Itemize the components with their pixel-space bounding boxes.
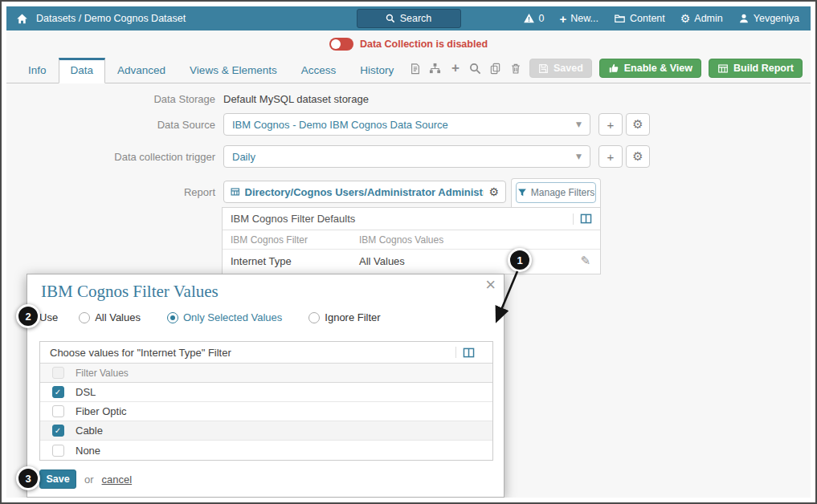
table-row: Internet Type All Values ✎	[223, 250, 600, 272]
radio-all-values[interactable]: All Values	[79, 311, 141, 323]
checkbox-checked[interactable]: ✓	[52, 425, 64, 437]
values-table-title: Choose values for "Internet Type" Filter	[50, 347, 231, 359]
saved-button[interactable]: Saved	[529, 59, 592, 78]
radio-label: Only Selected Values	[183, 311, 282, 323]
chevron-down-icon: ▼	[576, 152, 582, 161]
use-options: Use All Values Only Selected Values Igno…	[39, 311, 407, 323]
columns-icon[interactable]	[580, 213, 592, 224]
trigger-value: Daily	[232, 151, 255, 163]
use-label: Use	[39, 311, 58, 323]
filter-defaults-column-headers: IBM Cognos Filter IBM Cognos Values	[223, 230, 600, 250]
navbar-right: 0 + New... Content ⚙ Admin Yevgeniya	[523, 12, 811, 25]
value-label: Fiber Optic	[76, 405, 127, 417]
document-icon[interactable]	[409, 62, 422, 75]
radio-ignore-filter[interactable]: Ignore Filter	[308, 311, 380, 323]
tab-access[interactable]: Access	[289, 58, 349, 83]
tab-history[interactable]: History	[348, 58, 406, 83]
checkbox-unchecked[interactable]	[52, 405, 64, 417]
value-label: None	[76, 445, 100, 457]
toggle-knob	[331, 39, 341, 49]
trigger-select[interactable]: Daily ▼	[223, 145, 590, 168]
report-icon	[231, 187, 240, 197]
folder-icon	[614, 13, 626, 24]
new-label: New...	[570, 13, 598, 24]
sitemap-icon[interactable]	[429, 62, 442, 75]
thumbs-up-icon	[608, 63, 619, 74]
or-text: or	[84, 474, 94, 486]
new-menu[interactable]: + New...	[559, 13, 598, 25]
copy-icon[interactable]	[489, 62, 502, 75]
callout-1-arrow	[487, 263, 535, 331]
divider	[455, 347, 456, 358]
values-column-header: Filter Values	[40, 364, 492, 383]
divider	[573, 213, 574, 225]
home-icon[interactable]	[16, 13, 28, 25]
trigger-label: Data collection trigger	[6, 151, 215, 163]
zoom-icon[interactable]	[469, 62, 482, 75]
radio-icon	[79, 312, 90, 323]
trash-icon[interactable]	[509, 62, 522, 75]
values-table-header: Choose values for "Internet Type" Filter	[40, 342, 492, 364]
callout-3: 3	[16, 466, 40, 490]
admin-label: Admin	[694, 13, 722, 24]
alerts-item[interactable]: 0	[523, 13, 545, 24]
window-frame: Datasets / Demo Cognos Dataset Search 0 …	[0, 0, 817, 504]
radio-only-selected-values[interactable]: Only Selected Values	[167, 311, 282, 323]
data-source-settings-button[interactable]: ⚙	[626, 113, 650, 136]
cancel-link[interactable]: cancel	[102, 474, 133, 486]
radio-label: Ignore Filter	[325, 311, 380, 323]
add-icon[interactable]: +	[449, 62, 462, 75]
list-item[interactable]: ✓ Cable	[40, 421, 492, 441]
filter-values-dialog: IBM Cognos Filter Values × Use All Value…	[27, 274, 504, 498]
enable-view-label: Enable & View	[624, 63, 692, 74]
list-item[interactable]: None	[40, 441, 492, 460]
tab-views-elements[interactable]: Views & Elements	[178, 58, 289, 83]
top-navbar: Datasets / Demo Cognos Dataset Search 0 …	[6, 6, 811, 30]
checkbox-unchecked[interactable]	[52, 445, 64, 457]
save-button[interactable]: Save	[39, 469, 76, 489]
content-menu[interactable]: Content	[614, 13, 665, 24]
callout-2: 2	[16, 304, 40, 328]
tab-advanced[interactable]: Advanced	[105, 58, 178, 83]
value-label: Cable	[76, 425, 103, 437]
data-collection-toggle[interactable]	[329, 38, 353, 51]
filter-funnel-icon	[517, 188, 527, 197]
tab-data[interactable]: Data	[59, 58, 106, 83]
gear-icon: ⚙	[680, 12, 691, 25]
tabs: Info Data Advanced Views & Elements Acce…	[16, 58, 406, 83]
add-trigger-button[interactable]: +	[598, 145, 623, 168]
user-menu[interactable]: Yevgeniya	[738, 13, 799, 24]
user-label: Yevgeniya	[754, 13, 799, 24]
search-icon	[386, 14, 395, 23]
col-filter: IBM Cognos Filter	[223, 234, 359, 246]
manage-filters-button[interactable]: Manage Filters	[516, 182, 596, 203]
data-storage-label: Data Storage	[6, 93, 215, 105]
data-source-label: Data Source	[6, 119, 215, 131]
search-button[interactable]: Search	[357, 9, 461, 28]
data-storage-value: Default MySQL dataset storage	[223, 93, 369, 105]
filter-values-table: Choose values for "Internet Type" Filter…	[39, 341, 493, 461]
enable-view-button[interactable]: Enable & View	[599, 59, 701, 78]
filter-defaults-header: IBM Cognos Filter Defaults	[223, 208, 600, 230]
list-item[interactable]: Fiber Optic	[40, 402, 492, 421]
report-settings-icon[interactable]: ⚙	[488, 185, 499, 198]
tab-info[interactable]: Info	[16, 58, 59, 83]
build-report-button[interactable]: Build Report	[709, 59, 803, 78]
columns-icon[interactable]	[463, 348, 475, 358]
data-source-value: IBM Cognos - Demo IBM Cognos Data Source	[232, 119, 448, 131]
add-data-source-button[interactable]: +	[598, 113, 623, 136]
trigger-settings-button[interactable]: ⚙	[626, 145, 650, 168]
list-item[interactable]: ✓ DSL	[40, 383, 492, 402]
report-picker[interactable]: Directory/Cognos Users/Administrator Adm…	[223, 181, 506, 203]
radio-label: All Values	[95, 311, 141, 323]
chevron-down-icon: ▼	[576, 120, 582, 128]
data-collection-banner: Data Collection is disabled	[6, 35, 811, 53]
plus-icon: +	[559, 13, 566, 25]
floppy-icon	[538, 63, 549, 74]
data-source-select[interactable]: IBM Cognos - Demo IBM Cognos Data Source…	[223, 113, 590, 136]
checkbox-checked[interactable]: ✓	[52, 386, 64, 398]
admin-menu[interactable]: ⚙ Admin	[680, 12, 723, 25]
edit-pencil-icon[interactable]: ✎	[580, 254, 590, 268]
breadcrumb[interactable]: Datasets / Demo Cognos Dataset	[36, 13, 186, 24]
report-label: Report	[6, 186, 215, 198]
